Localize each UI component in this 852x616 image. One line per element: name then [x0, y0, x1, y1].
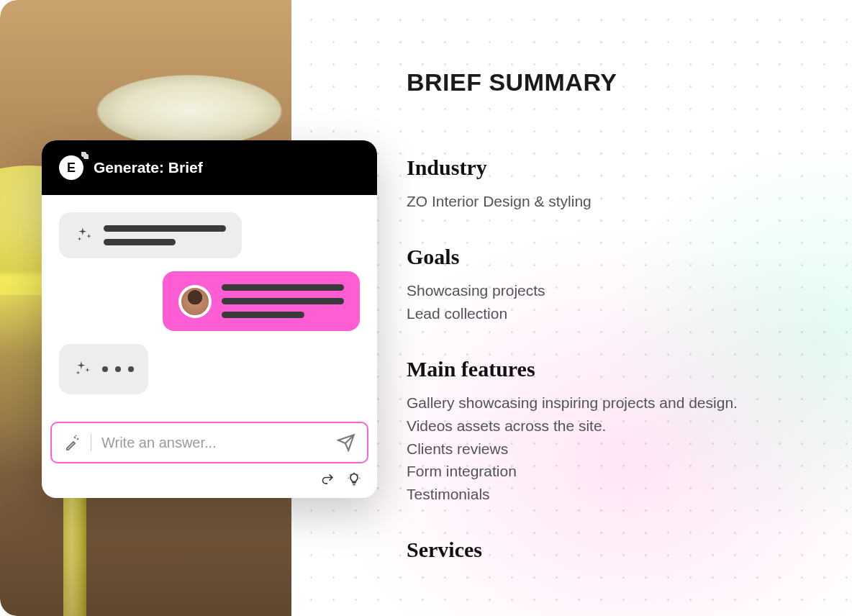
section-body-features: Gallery showcasing inspiring projects an…: [407, 391, 809, 507]
section-heading-services: Services: [407, 538, 809, 562]
brief-summary-title: BRIEF SUMMARY: [407, 68, 809, 96]
sparkle-icon: [73, 360, 92, 379]
sparkle-icon: [75, 226, 94, 245]
goal-item: Showcasing projects: [407, 279, 809, 302]
feature-item: Clients reviews: [407, 438, 809, 461]
elementor-logo-icon: E: [59, 155, 83, 180]
chat-title: Generate: Brief: [94, 159, 203, 176]
input-divider: [91, 434, 91, 451]
feature-item: Gallery showcasing inspiring projects an…: [407, 391, 809, 415]
lightbulb-icon[interactable]: [347, 472, 361, 486]
industry-value: ZO Interior Design & styling: [407, 190, 809, 213]
section-body-industry: ZO Interior Design & styling: [407, 190, 809, 213]
typing-indicator-icon: [102, 366, 134, 372]
user-message-bubble: [163, 271, 360, 331]
section-heading-industry: Industry: [407, 155, 809, 180]
logo-letter: E: [67, 160, 76, 176]
goal-item: Lead collection: [407, 302, 809, 325]
feature-item: Testimonials: [407, 483, 809, 506]
redo-icon[interactable]: [321, 472, 335, 486]
ai-message-placeholder-lines: [104, 225, 226, 245]
avatar: [178, 285, 212, 318]
user-message-placeholder-lines: [222, 284, 344, 318]
section-heading-features: Main features: [407, 357, 809, 381]
ai-message-bubble: [59, 212, 242, 258]
chat-input-container[interactable]: [50, 422, 368, 463]
feature-item: Form integration: [407, 460, 809, 483]
chat-header: E Generate: Brief: [42, 140, 377, 195]
ai-typing-bubble: [59, 344, 148, 394]
section-heading-goals: Goals: [407, 245, 809, 269]
magic-wand-icon: [63, 434, 81, 451]
send-icon[interactable]: [337, 433, 355, 452]
feature-item: Videos assets across the site.: [407, 415, 809, 438]
section-body-goals: Showcasing projects Lead collection: [407, 279, 809, 325]
chat-generate-brief-card: E Generate: Brief: [42, 140, 377, 498]
chat-input[interactable]: [101, 435, 327, 451]
